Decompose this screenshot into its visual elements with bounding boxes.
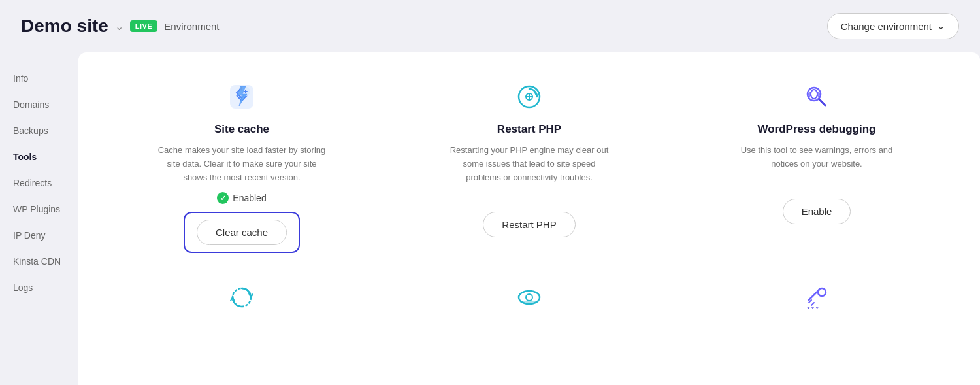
bottom-mid-card	[405, 279, 653, 316]
status-label: Enabled	[233, 193, 266, 203]
sidebar-item-redirects[interactable]: Redirects	[0, 170, 78, 196]
site-cache-description: Cache makes your site load faster by sto…	[157, 144, 327, 184]
header-left: Demo site ⌄ LIVE Environment	[21, 16, 220, 37]
wp-debugging-card: WordPress debugging Use this tool to see…	[693, 78, 941, 253]
enable-button[interactable]: Enable	[783, 199, 851, 224]
environment-label: Environment	[164, 21, 219, 32]
svg-line-15	[819, 99, 825, 105]
site-cache-status: Enabled	[217, 192, 266, 204]
sidebar-item-logs[interactable]: Logs	[0, 275, 78, 301]
site-cache-card: Site cache Cache makes your site load fa…	[118, 78, 366, 253]
live-badge: LIVE	[130, 20, 157, 32]
clear-cache-highlight: Clear cache	[184, 212, 300, 253]
svg-point-20	[818, 288, 826, 296]
change-environment-button[interactable]: Change environment ⌄	[827, 13, 959, 39]
sidebar-item-ip-deny[interactable]: IP Deny	[0, 222, 78, 248]
wp-debugging-icon	[798, 78, 835, 115]
svg-line-14	[817, 95, 819, 97]
tools-grid: Site cache Cache makes your site load fa…	[118, 78, 941, 316]
sidebar-item-kinsta-cdn[interactable]: Kinsta CDN	[0, 248, 78, 275]
site-title: Demo site	[21, 16, 108, 37]
change-env-label: Change environment	[841, 21, 932, 32]
chevron-down-icon: ⌄	[937, 20, 945, 32]
restart-php-description: Restarting your PHP engine may clear out…	[444, 144, 614, 184]
wp-debugging-description: Use this tool to see warnings, errors an…	[732, 144, 902, 171]
sidebar-item-info[interactable]: Info	[0, 65, 78, 92]
main-content: Site cache Cache makes your site load fa…	[78, 52, 980, 385]
clear-cache-button[interactable]: Clear cache	[197, 220, 287, 245]
bottom-left-icon	[223, 279, 260, 316]
svg-point-8	[811, 90, 817, 99]
restart-php-title: Restart PHP	[497, 123, 561, 136]
main-layout: Info Domains Backups Tools Redirects WP …	[0, 52, 980, 385]
svg-line-22	[811, 303, 814, 305]
header: Demo site ⌄ LIVE Environment Change envi…	[0, 0, 980, 52]
restart-php-card: Restart PHP Restarting your PHP engine m…	[405, 78, 653, 253]
sidebar-item-wp-plugins[interactable]: WP Plugins	[0, 196, 78, 222]
sidebar-item-domains[interactable]: Domains	[0, 92, 78, 118]
svg-point-18	[526, 294, 532, 301]
svg-line-12	[817, 92, 819, 93]
site-cache-icon	[223, 78, 260, 115]
sidebar-item-backups[interactable]: Backups	[0, 118, 78, 144]
bottom-right-icon: * * *	[798, 279, 835, 316]
bottom-right-card: * * *	[693, 279, 941, 316]
svg-rect-19	[520, 301, 538, 303]
restart-php-button[interactable]: Restart PHP	[483, 212, 575, 237]
wp-debugging-title: WordPress debugging	[757, 123, 875, 136]
site-title-chevron-icon[interactable]: ⌄	[115, 20, 123, 33]
site-cache-title: Site cache	[214, 123, 269, 136]
bottom-left-card	[118, 279, 366, 316]
restart-php-icon	[511, 78, 547, 115]
status-enabled-icon	[217, 192, 229, 204]
svg-text:* * *: * * *	[807, 306, 818, 313]
sidebar: Info Domains Backups Tools Redirects WP …	[0, 52, 78, 385]
bottom-mid-icon	[511, 279, 547, 316]
svg-line-11	[809, 95, 811, 97]
svg-line-9	[809, 92, 811, 93]
sidebar-item-tools[interactable]: Tools	[0, 144, 78, 170]
